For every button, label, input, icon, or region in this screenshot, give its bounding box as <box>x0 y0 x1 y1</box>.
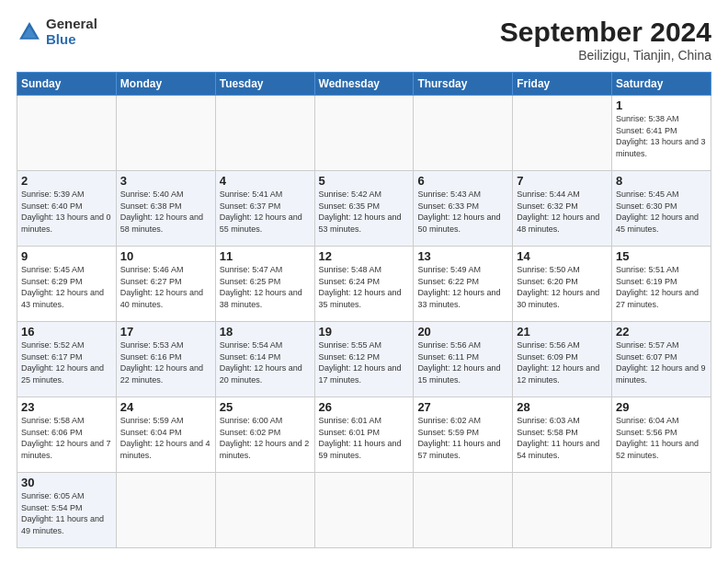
day-info: Sunrise: 6:02 AMSunset: 5:59 PMDaylight:… <box>417 415 508 461</box>
table-row: 17Sunrise: 5:53 AMSunset: 6:16 PMDayligh… <box>116 322 215 397</box>
day-info: Sunrise: 5:48 AMSunset: 6:24 PMDaylight:… <box>319 264 410 310</box>
day-info: Sunrise: 5:54 AMSunset: 6:14 PMDaylight:… <box>220 339 311 385</box>
day-number: 17 <box>120 325 211 339</box>
page: General Blue September 2024 Beilizigu, T… <box>0 0 728 563</box>
table-row: 28Sunrise: 6:03 AMSunset: 5:58 PMDayligh… <box>513 397 612 473</box>
day-number: 24 <box>120 400 211 414</box>
table-row: 8Sunrise: 5:45 AMSunset: 6:30 PMDaylight… <box>612 171 711 247</box>
day-info: Sunrise: 5:39 AMSunset: 6:40 PMDaylight:… <box>21 189 112 235</box>
table-row <box>116 96 215 171</box>
table-row: 10Sunrise: 5:46 AMSunset: 6:27 PMDayligh… <box>116 247 215 322</box>
logo-general-text: General <box>46 17 97 32</box>
calendar-week-row: 2Sunrise: 5:39 AMSunset: 6:40 PMDaylight… <box>17 171 711 247</box>
table-row: 14Sunrise: 5:50 AMSunset: 6:20 PMDayligh… <box>513 247 612 322</box>
table-row: 2Sunrise: 5:39 AMSunset: 6:40 PMDaylight… <box>17 171 117 247</box>
header: General Blue September 2024 Beilizigu, T… <box>17 17 711 63</box>
logo-icon <box>17 19 42 45</box>
table-row: 23Sunrise: 5:58 AMSunset: 6:06 PMDayligh… <box>17 397 117 473</box>
table-row <box>17 96 117 171</box>
table-row: 15Sunrise: 5:51 AMSunset: 6:19 PMDayligh… <box>612 247 711 322</box>
day-number: 3 <box>120 174 211 188</box>
day-number: 6 <box>417 174 508 188</box>
table-row: 18Sunrise: 5:54 AMSunset: 6:14 PMDayligh… <box>215 322 314 397</box>
day-number: 30 <box>21 476 112 489</box>
table-row: 24Sunrise: 5:59 AMSunset: 6:04 PMDayligh… <box>116 397 215 473</box>
calendar-week-row: 16Sunrise: 5:52 AMSunset: 6:17 PMDayligh… <box>17 322 711 397</box>
day-number: 5 <box>319 174 410 188</box>
table-row: 20Sunrise: 5:56 AMSunset: 6:11 PMDayligh… <box>414 322 513 397</box>
calendar-week-row: 30Sunrise: 6:05 AMSunset: 5:54 PMDayligh… <box>17 473 711 548</box>
day-number: 13 <box>417 249 508 263</box>
day-number: 7 <box>517 174 608 188</box>
table-row: 12Sunrise: 5:48 AMSunset: 6:24 PMDayligh… <box>314 247 414 322</box>
day-info: Sunrise: 6:01 AMSunset: 6:01 PMDaylight:… <box>319 415 410 461</box>
day-info: Sunrise: 5:47 AMSunset: 6:25 PMDaylight:… <box>220 264 311 310</box>
table-row: 11Sunrise: 5:47 AMSunset: 6:25 PMDayligh… <box>215 247 314 322</box>
logo: General Blue <box>17 17 97 47</box>
table-row: 25Sunrise: 6:00 AMSunset: 6:02 PMDayligh… <box>215 397 314 473</box>
day-number: 22 <box>616 325 707 339</box>
day-info: Sunrise: 5:58 AMSunset: 6:06 PMDaylight:… <box>21 415 112 461</box>
table-row: 6Sunrise: 5:43 AMSunset: 6:33 PMDaylight… <box>414 171 513 247</box>
day-info: Sunrise: 6:03 AMSunset: 5:58 PMDaylight:… <box>517 415 608 461</box>
calendar-header-row: Sunday Monday Tuesday Wednesday Thursday… <box>17 73 711 96</box>
day-info: Sunrise: 6:04 AMSunset: 5:56 PMDaylight:… <box>616 415 707 461</box>
day-number: 19 <box>319 325 410 339</box>
day-number: 9 <box>21 249 112 263</box>
day-info: Sunrise: 5:41 AMSunset: 6:37 PMDaylight:… <box>220 189 311 235</box>
table-row: 27Sunrise: 6:02 AMSunset: 5:59 PMDayligh… <box>414 397 513 473</box>
day-info: Sunrise: 6:00 AMSunset: 6:02 PMDaylight:… <box>220 415 311 461</box>
day-info: Sunrise: 5:52 AMSunset: 6:17 PMDaylight:… <box>21 339 112 385</box>
col-monday: Monday <box>116 73 215 96</box>
day-number: 11 <box>220 249 311 263</box>
col-tuesday: Tuesday <box>215 73 314 96</box>
day-info: Sunrise: 5:45 AMSunset: 6:29 PMDaylight:… <box>21 264 112 310</box>
day-number: 16 <box>21 325 112 339</box>
table-row: 5Sunrise: 5:42 AMSunset: 6:35 PMDaylight… <box>314 171 414 247</box>
day-info: Sunrise: 5:56 AMSunset: 6:09 PMDaylight:… <box>517 339 608 385</box>
day-info: Sunrise: 5:38 AMSunset: 6:41 PMDaylight:… <box>616 113 707 159</box>
col-saturday: Saturday <box>612 73 711 96</box>
table-row <box>414 473 513 548</box>
calendar-week-row: 23Sunrise: 5:58 AMSunset: 6:06 PMDayligh… <box>17 397 711 473</box>
day-number: 1 <box>616 98 707 112</box>
table-row <box>612 473 711 548</box>
table-row: 19Sunrise: 5:55 AMSunset: 6:12 PMDayligh… <box>314 322 414 397</box>
day-info: Sunrise: 5:56 AMSunset: 6:11 PMDaylight:… <box>417 339 508 385</box>
day-number: 21 <box>517 325 608 339</box>
table-row <box>513 96 612 171</box>
day-number: 28 <box>517 400 608 414</box>
day-info: Sunrise: 5:53 AMSunset: 6:16 PMDaylight:… <box>120 339 211 385</box>
day-number: 2 <box>21 174 112 188</box>
table-row: 22Sunrise: 5:57 AMSunset: 6:07 PMDayligh… <box>612 322 711 397</box>
col-sunday: Sunday <box>17 73 117 96</box>
table-row: 3Sunrise: 5:40 AMSunset: 6:38 PMDaylight… <box>116 171 215 247</box>
day-info: Sunrise: 6:05 AMSunset: 5:54 PMDaylight:… <box>21 490 112 536</box>
day-info: Sunrise: 5:59 AMSunset: 6:04 PMDaylight:… <box>120 415 211 461</box>
day-number: 12 <box>319 249 410 263</box>
day-info: Sunrise: 5:45 AMSunset: 6:30 PMDaylight:… <box>616 189 707 235</box>
day-number: 23 <box>21 400 112 414</box>
col-thursday: Thursday <box>414 73 513 96</box>
table-row: 21Sunrise: 5:56 AMSunset: 6:09 PMDayligh… <box>513 322 612 397</box>
day-info: Sunrise: 5:42 AMSunset: 6:35 PMDaylight:… <box>319 189 410 235</box>
day-number: 29 <box>616 400 707 414</box>
day-info: Sunrise: 5:50 AMSunset: 6:20 PMDaylight:… <box>517 264 608 310</box>
day-number: 18 <box>220 325 311 339</box>
table-row <box>314 473 414 548</box>
day-number: 26 <box>319 400 410 414</box>
day-number: 20 <box>417 325 508 339</box>
day-info: Sunrise: 5:46 AMSunset: 6:27 PMDaylight:… <box>120 264 211 310</box>
table-row <box>314 96 414 171</box>
table-row <box>215 96 314 171</box>
day-number: 4 <box>220 174 311 188</box>
logo-blue-text: Blue <box>46 32 97 48</box>
table-row: 13Sunrise: 5:49 AMSunset: 6:22 PMDayligh… <box>414 247 513 322</box>
table-row <box>414 96 513 171</box>
table-row: 4Sunrise: 5:41 AMSunset: 6:37 PMDaylight… <box>215 171 314 247</box>
table-row: 1Sunrise: 5:38 AMSunset: 6:41 PMDaylight… <box>612 96 711 171</box>
day-info: Sunrise: 5:51 AMSunset: 6:19 PMDaylight:… <box>616 264 707 310</box>
col-wednesday: Wednesday <box>314 73 414 96</box>
day-number: 25 <box>220 400 311 414</box>
title-block: September 2024 Beilizigu, Tianjin, China <box>500 17 711 63</box>
